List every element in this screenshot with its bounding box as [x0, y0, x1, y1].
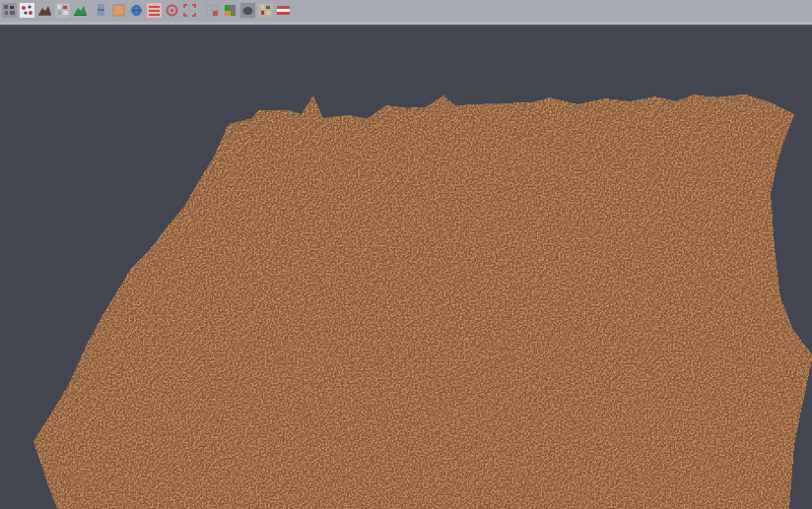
orthophoto-icon[interactable] — [111, 3, 126, 18]
cross-section-icon[interactable] — [94, 3, 108, 18]
globe-icon[interactable] — [129, 3, 144, 18]
application-window — [0, 0, 812, 509]
red-stripes-icon[interactable] — [276, 3, 291, 18]
target-icon[interactable] — [165, 3, 179, 18]
main-toolbar — [0, 0, 812, 22]
terrain-green-icon[interactable] — [73, 3, 88, 18]
point-cloud-icon[interactable] — [2, 3, 17, 18]
red-list-icon[interactable] — [147, 3, 162, 18]
point-cloud-scene — [0, 27, 812, 509]
registration-icon[interactable] — [20, 3, 34, 18]
3d-viewport[interactable] — [0, 27, 812, 509]
terrain-model-icon[interactable] — [37, 3, 52, 18]
mesh-dark-icon[interactable] — [240, 3, 255, 18]
grid-red-icon[interactable] — [205, 3, 220, 18]
export-icon[interactable] — [258, 3, 273, 18]
classification-icon[interactable] — [223, 3, 237, 18]
sparse-points-icon[interactable] — [55, 3, 70, 18]
selection-icon[interactable] — [182, 3, 197, 18]
